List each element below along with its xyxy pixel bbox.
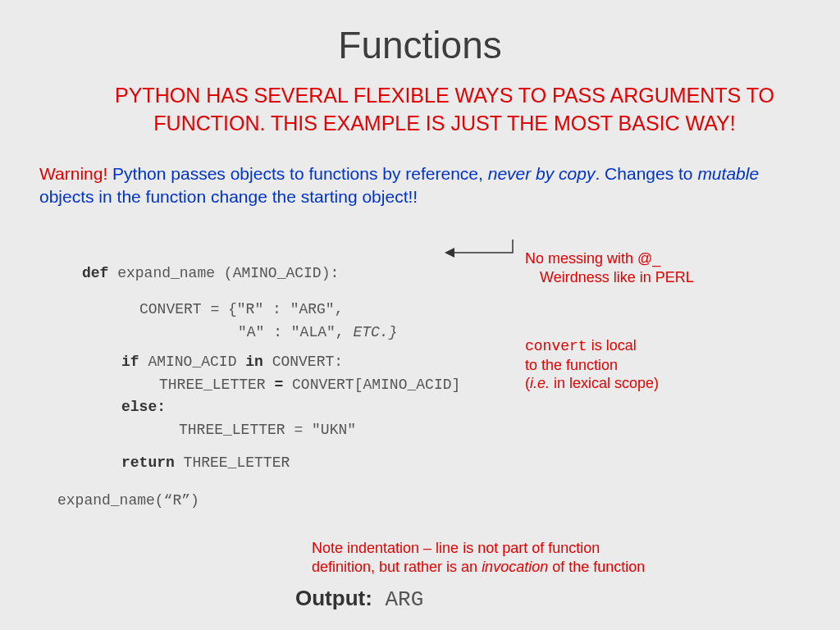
kw-in: in: [245, 354, 263, 370]
code-eq: =: [274, 377, 283, 393]
code-etc: ETC.}: [353, 324, 397, 340]
output-value: ARG: [372, 587, 423, 612]
annotation-indentation: Note indentation – line is not part of f…: [312, 539, 788, 576]
kw-if: if: [121, 354, 139, 370]
intro-line-1: PYTHON HAS SEVERAL FLEXIBLE WAYS TO PASS…: [115, 84, 774, 107]
note3-l2a: definition, but rather is an: [312, 559, 482, 575]
warning-text-2: . Changes to: [595, 164, 697, 183]
code-block: def expand_name (AMINO_ACID): CONVERT = …: [82, 262, 460, 513]
warning-mutable: mutable: [697, 164, 759, 183]
code-line-ukn: THREE_LETTER = "UKN": [82, 419, 460, 442]
note2-convert: convert: [525, 338, 587, 354]
warning-label: Warning!: [39, 164, 107, 183]
note3-l2b: of the function: [548, 559, 645, 575]
annotation-scope: convert is local to the function (i.e. i…: [525, 336, 796, 393]
note2-rest3: in lexical scope): [550, 375, 659, 391]
code-line-convert-1: CONVERT = {"R" : "ARG",: [82, 299, 460, 322]
note1-line2: Weirdness like in PERL: [525, 269, 694, 285]
code-if-rest: CONVERT:: [263, 354, 343, 370]
warning-paragraph: Warning! Python passes objects to functi…: [0, 138, 840, 209]
annotation-perl: No messing with @_ Weirdness like in PER…: [525, 249, 788, 286]
note2-rest1: is local: [587, 337, 637, 354]
kw-def: def: [82, 265, 108, 281]
code-return-rest: THREE_LETTER: [175, 454, 290, 471]
code-line-def: def expand_name (AMINO_ACID):: [82, 262, 460, 285]
note3-line1: Note indentation – line is not part of f…: [312, 540, 600, 556]
note2-ie: i.e.: [530, 375, 550, 391]
warning-text-1: Python passes objects to functions by re…: [107, 164, 487, 183]
code-line-if: if AMINO_ACID in CONVERT:: [82, 351, 460, 374]
code-line-call: expand_name(“R”): [57, 490, 460, 513]
code-ala: "A" : "ALA",: [238, 324, 353, 340]
code-if-mid: AMINO_ACID: [139, 354, 246, 370]
note2-rest2: to the function: [525, 357, 618, 373]
warning-text-3: objects in the function change the start…: [39, 187, 418, 206]
output-label: Output:: [295, 586, 372, 610]
code-line-assign: THREE_LETTER = CONVERT[AMINO_ACID]: [82, 374, 460, 397]
kw-return: return: [121, 454, 175, 471]
note1-line1: No messing with @_: [525, 250, 660, 267]
slide-title: Functions: [0, 0, 840, 67]
note3-invocation: invocation: [482, 559, 548, 575]
code-line-else: else:: [82, 396, 460, 419]
code-def-rest: expand_name (AMINO_ACID):: [108, 265, 339, 281]
code-three-b: CONVERT[AMINO_ACID]: [283, 377, 460, 393]
warning-never: never by copy: [488, 164, 596, 183]
code-three-a: THREE_LETTER: [159, 377, 274, 393]
code-line-return: return THREE_LETTER: [82, 452, 460, 475]
intro-text: PYTHON HAS SEVERAL FLEXIBLE WAYS TO PASS…: [0, 67, 840, 138]
output-line: Output: ARG: [295, 586, 423, 612]
code-line-convert-2: "A" : "ALA", ETC.}: [82, 322, 460, 345]
intro-line-2: FUNCTION. THIS EXAMPLE IS JUST THE MOST …: [153, 112, 735, 135]
